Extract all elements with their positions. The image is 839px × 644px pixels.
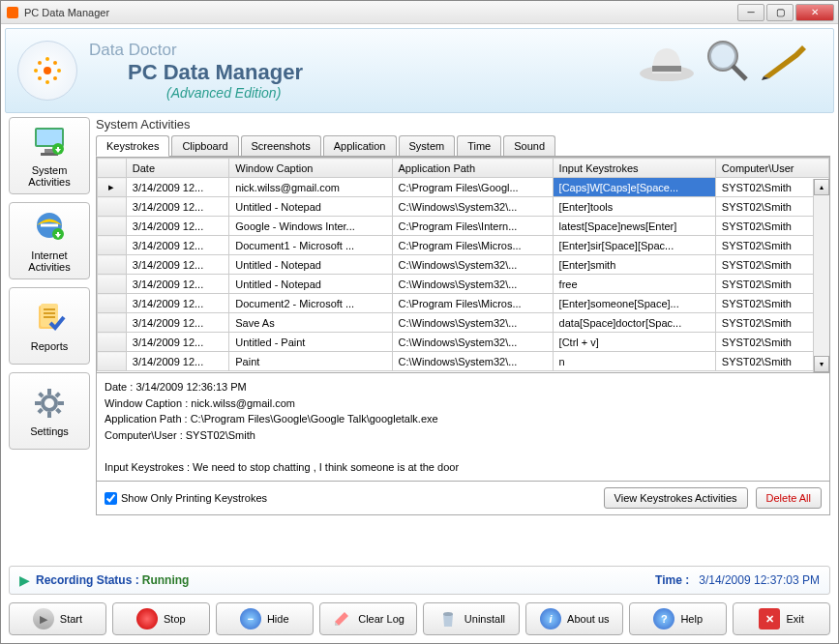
cell-user[interactable]: SYST02\Smith bbox=[715, 333, 828, 352]
cell-user[interactable]: SYST02\Smith bbox=[715, 217, 828, 236]
table-row[interactable]: ▸3/14/2009 12...nick.wilss@gmail.comC:\P… bbox=[98, 178, 829, 197]
cell-caption[interactable]: Document2 - Microsoft ... bbox=[229, 294, 392, 313]
show-printing-checkbox[interactable]: Show Only Printing Keystrokes bbox=[105, 492, 596, 505]
keystrokes-table[interactable]: Date Window Caption Application Path Inp… bbox=[97, 158, 829, 371]
row-indicator bbox=[98, 352, 127, 371]
svg-rect-32 bbox=[38, 392, 44, 397]
cell-user[interactable]: SYST02\Smith bbox=[715, 255, 828, 275]
cell-keys[interactable]: [Enter]tools bbox=[553, 197, 715, 217]
tab-sound[interactable]: Sound bbox=[503, 135, 555, 156]
cell-path[interactable]: C:\Program Files\Intern... bbox=[392, 217, 553, 236]
view-activities-button[interactable]: View Keystrokes Activities bbox=[604, 487, 748, 509]
cell-user[interactable]: SYST02\Smith bbox=[715, 178, 828, 197]
cell-date[interactable]: 3/14/2009 12... bbox=[126, 333, 228, 352]
show-printing-checkbox-input[interactable] bbox=[105, 492, 117, 505]
scroll-up-button[interactable]: ▴ bbox=[814, 179, 829, 195]
cell-path[interactable]: C:\Windows\System32\... bbox=[392, 255, 553, 275]
cell-keys[interactable]: n bbox=[553, 352, 715, 371]
help-button[interactable]: ?Help bbox=[629, 602, 727, 635]
row-indicator bbox=[98, 313, 127, 333]
cell-keys[interactable]: [Caps]W[Caps]e[Space... bbox=[553, 178, 715, 197]
sidebar-item-system-activities[interactable]: System Activities bbox=[9, 117, 90, 194]
sidebar-item-internet-activities[interactable]: Internet Activities bbox=[9, 202, 90, 279]
cell-path[interactable]: C:\Windows\System32\... bbox=[392, 275, 553, 294]
table-row[interactable]: 3/14/2009 12...PaintC:\Windows\System32\… bbox=[98, 352, 829, 371]
cell-user[interactable]: SYST02\Smith bbox=[715, 236, 828, 255]
grid-scrollbar[interactable]: ▴ ▾ bbox=[813, 179, 829, 372]
cell-user[interactable]: SYST02\Smith bbox=[715, 313, 828, 333]
table-row[interactable]: 3/14/2009 12...Save AsC:\Windows\System3… bbox=[98, 313, 829, 333]
cell-path[interactable]: C:\Windows\System32\... bbox=[392, 352, 553, 371]
col-user[interactable]: Computer\User bbox=[715, 159, 828, 178]
cell-user[interactable]: SYST02\Smith bbox=[715, 294, 828, 313]
cell-keys[interactable]: [Enter]sir[Space][Spac... bbox=[553, 236, 715, 255]
cell-path[interactable]: C:\Program Files\Googl... bbox=[392, 178, 553, 197]
cell-date[interactable]: 3/14/2009 12... bbox=[126, 197, 228, 217]
cell-caption[interactable]: nick.wilss@gmail.com bbox=[229, 178, 392, 197]
table-row[interactable]: 3/14/2009 12...Google - Windows Inter...… bbox=[98, 217, 829, 236]
table-row[interactable]: 3/14/2009 12...Untitled - PaintC:\Window… bbox=[98, 333, 829, 352]
tab-keystrokes[interactable]: Keystrokes bbox=[96, 135, 169, 157]
hide-button[interactable]: −Hide bbox=[216, 602, 314, 635]
table-row[interactable]: 3/14/2009 12...Untitled - NotepadC:\Wind… bbox=[98, 197, 829, 217]
sidebar-item-reports[interactable]: Reports bbox=[9, 287, 90, 365]
cell-keys[interactable]: [Enter]smith bbox=[553, 255, 715, 275]
cell-keys[interactable]: data[Space]doctor[Spac... bbox=[553, 313, 715, 333]
sidebar-item-label: System Activities bbox=[14, 164, 85, 188]
table-row[interactable]: 3/14/2009 12...Untitled - NotepadC:\Wind… bbox=[98, 255, 829, 275]
scroll-down-button[interactable]: ▾ bbox=[814, 356, 829, 372]
stop-button[interactable]: Stop bbox=[112, 602, 210, 635]
col-caption[interactable]: Window Caption bbox=[229, 159, 392, 178]
cell-date[interactable]: 3/14/2009 12... bbox=[126, 294, 228, 313]
col-date[interactable]: Date bbox=[126, 159, 228, 178]
cell-keys[interactable]: free bbox=[553, 275, 715, 294]
cell-keys[interactable]: latest[Space]news[Enter] bbox=[553, 217, 715, 236]
cell-caption[interactable]: Document1 - Microsoft ... bbox=[229, 236, 392, 255]
cell-keys[interactable]: [Enter]someone[Space]... bbox=[553, 294, 715, 313]
cell-caption[interactable]: Untitled - Paint bbox=[229, 333, 392, 352]
cell-user[interactable]: SYST02\Smith bbox=[715, 352, 828, 371]
cell-date[interactable]: 3/14/2009 12... bbox=[126, 255, 228, 275]
tab-system[interactable]: System bbox=[399, 135, 456, 156]
table-row[interactable]: 3/14/2009 12...Document2 - Microsoft ...… bbox=[98, 294, 829, 313]
scroll-track[interactable] bbox=[814, 195, 829, 356]
close-button[interactable]: ✕ bbox=[795, 4, 834, 21]
cell-date[interactable]: 3/14/2009 12... bbox=[126, 313, 228, 333]
cell-date[interactable]: 3/14/2009 12... bbox=[126, 178, 228, 197]
cell-date[interactable]: 3/14/2009 12... bbox=[126, 352, 228, 371]
cell-user[interactable]: SYST02\Smith bbox=[715, 197, 828, 217]
sidebar-item-settings[interactable]: Settings bbox=[9, 372, 90, 450]
cell-path[interactable]: C:\Windows\System32\... bbox=[392, 333, 553, 352]
col-path[interactable]: Application Path bbox=[392, 159, 553, 178]
cell-path[interactable]: C:\Program Files\Micros... bbox=[392, 294, 553, 313]
cell-caption[interactable]: Untitled - Notepad bbox=[229, 275, 392, 294]
tab-screenshots[interactable]: Screenshots bbox=[241, 135, 321, 156]
table-row[interactable]: 3/14/2009 12...Document1 - Microsoft ...… bbox=[98, 236, 829, 255]
start-button[interactable]: ▶Start bbox=[9, 602, 106, 635]
cell-keys[interactable]: [Ctrl + v] bbox=[553, 333, 715, 352]
cell-date[interactable]: 3/14/2009 12... bbox=[126, 217, 228, 236]
cell-date[interactable]: 3/14/2009 12... bbox=[126, 236, 228, 255]
tab-clipboard[interactable]: Clipboard bbox=[171, 135, 238, 156]
cell-caption[interactable]: Google - Windows Inter... bbox=[229, 217, 392, 236]
cell-path[interactable]: C:\Windows\System32\... bbox=[392, 313, 553, 333]
cell-user[interactable]: SYST02\Smith bbox=[715, 275, 828, 294]
cell-caption[interactable]: Save As bbox=[229, 313, 392, 333]
minimize-button[interactable]: ─ bbox=[737, 4, 764, 21]
exit-button[interactable]: ✕Exit bbox=[733, 602, 830, 635]
maximize-button[interactable]: ▢ bbox=[766, 4, 794, 21]
cell-date[interactable]: 3/14/2009 12... bbox=[126, 275, 228, 294]
cell-path[interactable]: C:\Program Files\Micros... bbox=[392, 236, 553, 255]
aboutus-button[interactable]: iAbout us bbox=[525, 602, 623, 635]
uninstall-button[interactable]: Uninstall bbox=[423, 602, 521, 635]
tab-application[interactable]: Application bbox=[323, 135, 397, 156]
clearlog-button[interactable]: Clear Log bbox=[319, 602, 417, 635]
cell-caption[interactable]: Paint bbox=[229, 352, 392, 371]
cell-path[interactable]: C:\Windows\System32\... bbox=[392, 197, 553, 217]
col-keys[interactable]: Input Keystrokes bbox=[553, 159, 715, 178]
cell-caption[interactable]: Untitled - Notepad bbox=[229, 255, 392, 275]
delete-all-button[interactable]: Delete All bbox=[756, 487, 822, 509]
cell-caption[interactable]: Untitled - Notepad bbox=[229, 197, 392, 217]
tab-time[interactable]: Time bbox=[457, 135, 501, 156]
table-row[interactable]: 3/14/2009 12...Untitled - NotepadC:\Wind… bbox=[98, 275, 829, 294]
